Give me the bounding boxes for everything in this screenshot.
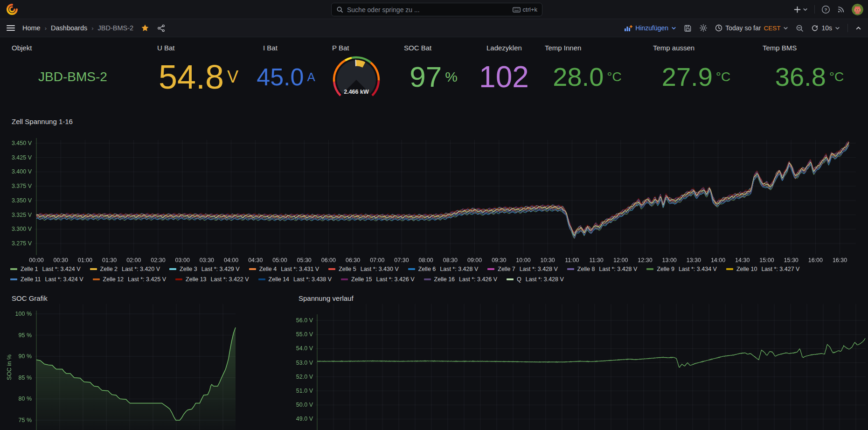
grafana-dashboard: Suche oder springe zu ... ctrl+k	[0, 0, 868, 430]
stats-row: Objekt JBD-BMS-2 U Bat 54.8V I Bat 45.0A…	[0, 38, 868, 97]
legend-item[interactable]: Zelle 16Last *: 3.426 V	[424, 276, 498, 283]
favorite-star-icon[interactable]	[141, 24, 149, 32]
panel-title[interactable]: U Bat	[157, 44, 175, 52]
legend-series-name: Zelle 5	[339, 266, 356, 272]
news-button[interactable]	[837, 5, 845, 14]
stat-value: 27.9°C	[641, 59, 751, 95]
timezone-label: CEST	[764, 25, 780, 32]
legend-item[interactable]: Zelle 13Last *: 3.422 V	[175, 276, 249, 283]
legend-row: Zelle 11Last *: 3.424 VZelle 12Last *: 3…	[10, 274, 864, 284]
add-panel-button[interactable]: Hinzufügen	[624, 24, 676, 32]
stat-panel-temp-aussen: Temp aussen 27.9°C	[641, 38, 751, 97]
legend-item[interactable]: Zelle 8Last *: 3.428 V	[567, 266, 638, 272]
zoom-out-button[interactable]	[796, 24, 804, 32]
stat-panel-p-bat: P Bat 2.466 kW	[320, 38, 392, 97]
grafana-logo-icon[interactable]	[6, 3, 18, 15]
panel-title[interactable]: Objekt	[12, 44, 32, 52]
panel-title[interactable]: SOC Bat	[404, 44, 431, 52]
panel-title[interactable]: Temp BMS	[763, 44, 797, 52]
legend-item[interactable]: QLast *: 3.428 V	[507, 276, 564, 283]
legend-last-value: Last *: 3.422 V	[211, 276, 249, 283]
legend-series-name: Zelle 8	[577, 266, 595, 272]
legend-item[interactable]: Zelle 5Last *: 3.430 V	[328, 266, 399, 272]
legend-swatch	[341, 278, 348, 280]
legend-last-value: Last *: 3.429 V	[201, 266, 240, 272]
stat-value: 54.8V	[146, 59, 251, 95]
legend-item[interactable]: Zelle 3Last *: 3.429 V	[169, 266, 240, 272]
stat-panel-temp-innen: Temp Innen 28.0°C	[533, 38, 641, 97]
save-dashboard-button[interactable]	[684, 24, 692, 32]
stat-value: 102	[475, 59, 533, 95]
chevron-down-icon	[835, 26, 840, 31]
chevron-down-icon	[803, 7, 808, 12]
legend-last-value: Last *: 3.428 V	[526, 276, 564, 283]
legend-swatch	[408, 268, 415, 270]
legend-series-name: Zelle 9	[657, 266, 674, 272]
refresh-picker[interactable]: 10s	[811, 24, 840, 32]
legend-swatch	[424, 278, 431, 280]
legend-last-value: Last *: 3.426 V	[459, 276, 497, 283]
legend-series-name: Zelle 13	[186, 276, 206, 283]
stat-value: JBD-BMS-2	[0, 59, 146, 95]
mega-menu-button[interactable]	[7, 25, 15, 31]
legend-item[interactable]: Zelle 15Last *: 3.426 V	[341, 276, 415, 283]
legend-last-value: Last *: 3.424 V	[42, 266, 81, 272]
legend-swatch	[726, 268, 733, 270]
rss-icon	[837, 5, 845, 14]
panel-title[interactable]: Temp Innen	[545, 44, 581, 52]
share-icon[interactable]	[157, 24, 165, 32]
question-circle-icon: ?	[821, 5, 830, 14]
voltage-chart[interactable]	[292, 304, 868, 430]
legend-item[interactable]: Zelle 9Last *: 3.434 V	[646, 266, 717, 272]
legend-series-name: Zelle 11	[21, 276, 41, 283]
stat-value: 36.8°C	[751, 59, 868, 95]
breadcrumb-current: JBD-BMS-2	[98, 24, 134, 32]
help-button[interactable]: ?	[821, 5, 830, 14]
stat-panel-ladezyklen: Ladezyklen 102	[475, 38, 533, 97]
user-avatar[interactable]	[852, 4, 863, 15]
legend-item[interactable]: Zelle 2Last *: 3.420 V	[90, 266, 160, 272]
legend-swatch	[175, 278, 182, 280]
hamburger-icon	[7, 25, 15, 31]
panel-title-spannung-verlauf[interactable]: Spannung verlauf	[299, 294, 354, 302]
panel-title-zell-spannung[interactable]: Zell Spannung 1-16	[12, 118, 73, 125]
cell-voltage-chart[interactable]	[4, 134, 864, 264]
add-panel-icon	[624, 25, 632, 32]
collapse-toolbar-button[interactable]	[855, 25, 861, 31]
new-button[interactable]	[794, 6, 808, 13]
legend-series-name: Q	[517, 276, 521, 283]
legend-item[interactable]: Zelle 7Last *: 3.428 V	[487, 266, 558, 272]
chevron-down-icon	[783, 26, 788, 31]
panel-title[interactable]: I Bat	[263, 44, 278, 52]
search-input[interactable]: Suche oder springe zu ... ctrl+k	[331, 3, 542, 16]
search-icon	[336, 6, 343, 13]
legend-item[interactable]: Zelle 12Last *: 3.425 V	[93, 276, 167, 283]
stat-panel-u-bat: U Bat 54.8V	[146, 38, 251, 97]
legend-last-value: Last *: 3.424 V	[45, 276, 83, 283]
breadcrumb-home[interactable]: Home	[22, 24, 41, 32]
panel-title[interactable]: Ladezyklen	[486, 44, 522, 52]
panel-title[interactable]: Temp aussen	[653, 44, 694, 52]
panel-title[interactable]: P Bat	[332, 44, 349, 52]
chevron-right-icon: ›	[91, 25, 93, 32]
stat-value: 45.0A	[251, 59, 320, 95]
panel-title-soc-grafik[interactable]: SOC Grafik	[12, 294, 48, 302]
dashboard-toolbar: Home › Dashboards › JBD-BMS-2	[0, 19, 868, 37]
time-range-picker[interactable]: Today so far CEST	[715, 24, 788, 32]
stat-value: 28.0°C	[533, 59, 641, 95]
legend-series-name: Zelle 15	[351, 276, 372, 283]
legend-last-value: Last *: 3.430 V	[361, 266, 399, 272]
legend-item[interactable]: Zelle 11Last *: 3.424 V	[10, 276, 83, 283]
add-panel-label: Hinzufügen	[635, 24, 668, 32]
dashboard-settings-button[interactable]	[699, 24, 708, 32]
legend-item[interactable]: Zelle 14Last *: 3.438 V	[258, 276, 332, 283]
legend-item[interactable]: Zelle 4Last *: 3.431 V	[249, 266, 319, 272]
breadcrumb-dashboards[interactable]: Dashboards	[51, 24, 87, 32]
legend-series-name: Zelle 16	[434, 276, 455, 283]
legend-item[interactable]: Zelle 1Last *: 3.424 V	[10, 266, 81, 272]
legend-item[interactable]: Zelle 6Last *: 3.428 V	[408, 266, 479, 272]
soc-chart[interactable]	[4, 304, 239, 430]
legend-item[interactable]: Zelle 10Last *: 3.427 V	[726, 266, 800, 272]
legend-series-name: Zelle 1	[21, 266, 38, 272]
legend-swatch	[567, 268, 574, 270]
